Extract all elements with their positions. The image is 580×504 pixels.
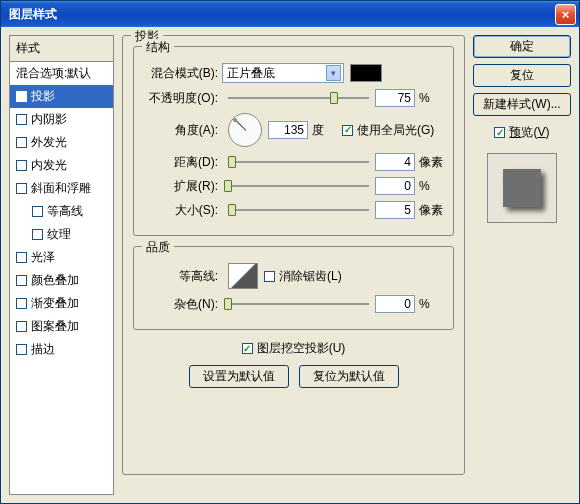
checkbox-icon[interactable] [16, 137, 27, 148]
style-item-bevel[interactable]: 斜面和浮雕 [10, 177, 113, 200]
checkbox-icon[interactable] [32, 229, 43, 240]
antialias-label: 消除锯齿(L) [279, 268, 342, 285]
checkbox-icon[interactable] [16, 344, 27, 355]
blend-mode-label: 混合模式(B): [144, 65, 222, 82]
spread-input[interactable] [375, 177, 415, 195]
noise-slider[interactable] [228, 297, 369, 311]
size-label: 大小(S): [144, 202, 222, 219]
preview-swatch [503, 169, 541, 207]
checkbox-icon[interactable] [16, 183, 27, 194]
noise-label: 杂色(N): [144, 296, 222, 313]
distance-label: 距离(D): [144, 154, 222, 171]
style-item-drop-shadow[interactable]: 投影 [10, 85, 113, 108]
style-list-header[interactable]: 样式 [10, 36, 113, 62]
checkbox-icon[interactable] [16, 252, 27, 263]
settings-panel: 投影 结构 混合模式(B): 正片叠底 ▾ 不透明度(O): [122, 35, 465, 495]
style-item-color-overlay[interactable]: 颜色叠加 [10, 269, 113, 292]
size-input[interactable] [375, 201, 415, 219]
style-item-stroke[interactable]: 描边 [10, 338, 113, 361]
style-item-inner-glow[interactable]: 内发光 [10, 154, 113, 177]
close-button[interactable]: × [555, 4, 576, 25]
reset-default-button[interactable]: 复位为默认值 [299, 365, 399, 388]
spread-slider[interactable] [228, 179, 369, 193]
layer-style-dialog: 图层样式 × 样式 混合选项:默认 投影 内阴影 外发光 内发光 斜面和浮雕 等… [0, 0, 580, 504]
knockout-label: 图层挖空投影(U) [257, 340, 346, 357]
checkbox-icon[interactable] [16, 321, 27, 332]
style-item-gradient-overlay[interactable]: 渐变叠加 [10, 292, 113, 315]
quality-legend: 品质 [142, 239, 174, 256]
cancel-button[interactable]: 复位 [473, 64, 571, 87]
preview-label: 预览(V) [509, 124, 549, 141]
opacity-slider[interactable] [228, 91, 369, 105]
color-swatch[interactable] [350, 64, 382, 82]
global-light-checkbox[interactable] [342, 125, 353, 136]
style-item-texture[interactable]: 纹理 [10, 223, 113, 246]
structure-legend: 结构 [142, 39, 174, 56]
titlebar: 图层样式 × [1, 1, 579, 27]
style-item-satin[interactable]: 光泽 [10, 246, 113, 269]
contour-picker[interactable] [228, 263, 258, 289]
opacity-input[interactable] [375, 89, 415, 107]
knockout-checkbox[interactable] [242, 343, 253, 354]
ok-button[interactable]: 确定 [473, 35, 571, 58]
chevron-down-icon: ▾ [326, 65, 341, 81]
distance-slider[interactable] [228, 155, 369, 169]
checkbox-icon[interactable] [16, 298, 27, 309]
checkbox-icon[interactable] [16, 160, 27, 171]
checkbox-icon[interactable] [16, 91, 27, 102]
checkbox-icon[interactable] [32, 206, 43, 217]
angle-dial[interactable] [228, 113, 262, 147]
action-panel: 确定 复位 新建样式(W)... 预览(V) [473, 35, 571, 495]
contour-label: 等高线: [144, 268, 222, 285]
preview-checkbox[interactable] [494, 127, 505, 138]
style-item-pattern-overlay[interactable]: 图案叠加 [10, 315, 113, 338]
style-item-outer-glow[interactable]: 外发光 [10, 131, 113, 154]
new-style-button[interactable]: 新建样式(W)... [473, 93, 571, 116]
antialias-checkbox[interactable] [264, 271, 275, 282]
window-title: 图层样式 [9, 6, 555, 23]
angle-label: 角度(A): [144, 122, 222, 139]
style-item-inner-shadow[interactable]: 内阴影 [10, 108, 113, 131]
size-slider[interactable] [228, 203, 369, 217]
preview-box [487, 153, 557, 223]
checkbox-icon[interactable] [16, 275, 27, 286]
style-list-panel: 样式 混合选项:默认 投影 内阴影 外发光 内发光 斜面和浮雕 等高线 纹理 光… [9, 35, 114, 495]
global-light-label: 使用全局光(G) [357, 122, 434, 139]
checkbox-icon[interactable] [16, 114, 27, 125]
opacity-label: 不透明度(O): [144, 90, 222, 107]
angle-input[interactable] [268, 121, 308, 139]
style-item-contour[interactable]: 等高线 [10, 200, 113, 223]
make-default-button[interactable]: 设置为默认值 [189, 365, 289, 388]
blend-mode-select[interactable]: 正片叠底 ▾ [222, 63, 344, 83]
blending-options-item[interactable]: 混合选项:默认 [10, 62, 113, 85]
spread-label: 扩展(R): [144, 178, 222, 195]
noise-input[interactable] [375, 295, 415, 313]
distance-input[interactable] [375, 153, 415, 171]
